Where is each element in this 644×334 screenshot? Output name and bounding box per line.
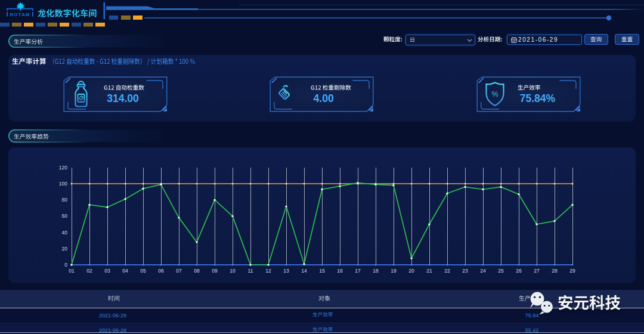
svg-text:07: 07: [176, 268, 182, 274]
svg-text:23: 23: [462, 268, 468, 274]
svg-text:12: 12: [265, 268, 271, 274]
svg-text:28: 28: [552, 268, 558, 274]
svg-text:24: 24: [480, 268, 486, 274]
svg-text:13: 13: [283, 268, 289, 274]
svg-text:16: 16: [337, 268, 343, 274]
svg-text:22: 22: [444, 268, 450, 274]
svg-text:27: 27: [534, 268, 540, 274]
svg-text:10: 10: [230, 268, 236, 274]
svg-text:01: 01: [69, 268, 75, 274]
svg-text:25: 25: [498, 268, 504, 274]
svg-text:11: 11: [248, 268, 253, 274]
svg-text:06: 06: [158, 268, 164, 274]
svg-text:20: 20: [62, 246, 68, 252]
svg-text:14: 14: [301, 268, 307, 274]
svg-text:18: 18: [373, 268, 379, 274]
svg-text:17: 17: [355, 268, 361, 274]
svg-text:19: 19: [391, 268, 397, 274]
svg-text:21: 21: [426, 268, 432, 274]
svg-text:20: 20: [408, 268, 414, 274]
svg-text:04: 04: [122, 268, 128, 274]
svg-text:40: 40: [62, 230, 68, 236]
svg-text:120: 120: [59, 165, 67, 171]
svg-text:0: 0: [64, 262, 67, 268]
svg-text:02: 02: [86, 268, 92, 274]
svg-text:80: 80: [62, 197, 68, 203]
svg-text:60: 60: [62, 213, 68, 219]
svg-text:08: 08: [194, 268, 200, 274]
svg-text:15: 15: [319, 268, 325, 274]
svg-text:05: 05: [140, 268, 146, 274]
svg-text:09: 09: [212, 268, 218, 274]
svg-text:26: 26: [516, 268, 522, 274]
svg-text:100: 100: [59, 181, 67, 187]
svg-text:29: 29: [569, 268, 575, 274]
svg-text:03: 03: [104, 268, 110, 274]
